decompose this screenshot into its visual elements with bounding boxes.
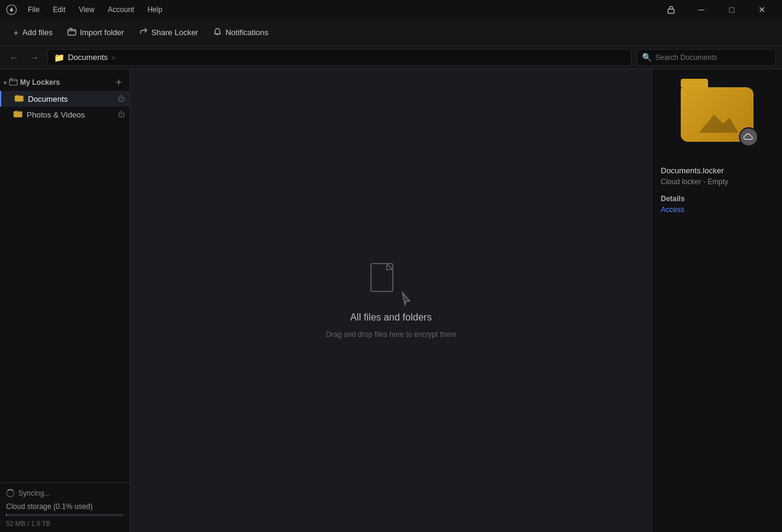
address-chevron-icon: > xyxy=(112,54,115,61)
content-area[interactable]: All files and folders Drag and drop file… xyxy=(130,69,652,532)
search-input[interactable] xyxy=(655,53,770,62)
address-bar: ← → 📁 Documents > 🔍 xyxy=(0,46,782,69)
right-panel-icon-area xyxy=(652,69,782,160)
photos-action-icon[interactable]: ⏻ xyxy=(118,110,125,119)
menu-edit[interactable]: Edit xyxy=(50,4,68,15)
empty-icon-wrap xyxy=(370,262,412,305)
folder-mountain-icon xyxy=(693,105,741,136)
address-folder-icon: 📁 xyxy=(54,53,64,62)
import-folder-icon xyxy=(67,27,76,38)
import-folder-button[interactable]: Import folder xyxy=(61,24,130,41)
menu-help[interactable]: Help xyxy=(145,4,165,15)
share-icon xyxy=(139,27,148,38)
storage-size: 52 MB / 1.0 TB xyxy=(6,520,124,527)
notification-bell-icon xyxy=(213,27,222,36)
menu-view[interactable]: View xyxy=(76,4,97,15)
share-locker-button[interactable]: Share Locker xyxy=(133,24,204,41)
sync-spinner-icon xyxy=(6,489,15,497)
empty-file-icon xyxy=(370,262,400,299)
search-icon: 🔍 xyxy=(642,53,652,62)
empty-title: All files and folders xyxy=(350,312,432,323)
yellow-folder2-icon xyxy=(13,110,22,118)
lock-icon xyxy=(667,5,675,14)
lock-button[interactable] xyxy=(657,0,685,19)
details-label: Details xyxy=(661,195,774,203)
main-layout: ▾ My Lockers + xyxy=(0,69,782,532)
add-files-label: Add files xyxy=(22,28,53,37)
locker-status: Cloud locker - Empty xyxy=(661,178,774,186)
sidebar: ▾ My Lockers + xyxy=(0,69,130,532)
back-button[interactable]: ← xyxy=(6,50,22,65)
add-locker-button[interactable]: + xyxy=(113,76,125,88)
menu-file[interactable]: File xyxy=(25,4,42,15)
cursor-arrow-icon xyxy=(400,291,412,306)
access-link[interactable]: Access xyxy=(661,205,774,214)
folder-tab xyxy=(681,79,708,87)
minimize-button[interactable]: ─ xyxy=(687,0,715,19)
share-locker-label: Share Locker xyxy=(152,28,198,37)
forward-button[interactable]: → xyxy=(27,50,42,65)
documents-action-icon[interactable]: ⏻ xyxy=(118,95,125,103)
lockers-folder-icon xyxy=(9,78,18,85)
svg-rect-8 xyxy=(371,264,393,291)
share-arrow-icon xyxy=(139,27,148,36)
yellow-folder-icon xyxy=(15,94,24,102)
folder-arrow-icon xyxy=(67,27,76,36)
app-logo-icon xyxy=(6,4,17,15)
titlebar: File Edit View Account Help ─ □ ✕ xyxy=(0,0,782,19)
titlebar-right: ─ □ ✕ xyxy=(657,0,776,19)
add-files-button[interactable]: + Add files xyxy=(7,24,59,41)
maximize-button[interactable]: □ xyxy=(718,0,746,19)
sync-row: Syncing... xyxy=(6,489,124,497)
notifications-button[interactable]: Notifications xyxy=(207,24,275,41)
folder-body xyxy=(681,87,754,142)
toolbar: + Add files Import folder Share Locker xyxy=(0,19,782,46)
storage-label: Cloud storage (0.1% used) xyxy=(6,502,124,511)
import-folder-label: Import folder xyxy=(80,28,124,37)
bell-icon xyxy=(213,27,222,38)
folder-cloud-badge xyxy=(739,127,758,147)
empty-state: All files and folders Drag and drop file… xyxy=(326,262,456,339)
sidebar-item-photos-label: Photos & Videos xyxy=(27,110,113,119)
close-button[interactable]: ✕ xyxy=(748,0,776,19)
right-panel-info: Documents.locker Cloud locker - Empty De… xyxy=(652,160,782,220)
titlebar-left: File Edit View Account Help xyxy=(6,4,165,15)
sidebar-item-photos-videos[interactable]: Photos & Videos ⏻ xyxy=(0,107,130,122)
locker-name: Documents.locker xyxy=(661,166,774,175)
add-files-icon: + xyxy=(13,27,19,38)
cloud-icon xyxy=(743,133,754,141)
address-path: Documents xyxy=(68,53,108,62)
address-box[interactable]: 📁 Documents > xyxy=(47,49,632,66)
sidebar-item-documents[interactable]: Documents ⏻ xyxy=(0,91,130,107)
expand-icon: ▾ xyxy=(4,79,7,86)
svg-rect-3 xyxy=(10,80,18,85)
svg-rect-2 xyxy=(68,30,76,35)
svg-rect-7 xyxy=(14,111,17,113)
search-box[interactable]: 🔍 xyxy=(637,49,776,66)
sidebar-content: ▾ My Lockers + xyxy=(0,69,130,482)
svg-rect-5 xyxy=(15,96,18,97)
empty-subtitle: Drag and drop files here to encrypt them xyxy=(326,330,456,339)
my-lockers-section[interactable]: ▾ My Lockers + xyxy=(0,74,130,91)
documents-folder-icon xyxy=(15,94,24,104)
sidebar-item-documents-label: Documents xyxy=(28,95,113,104)
photos-folder-icon xyxy=(13,110,22,119)
locker-folder-icon xyxy=(681,87,754,148)
right-panel: Documents.locker Cloud locker - Empty De… xyxy=(652,69,782,532)
storage-bar-bg xyxy=(6,514,124,516)
menu-account[interactable]: Account xyxy=(105,4,136,15)
my-lockers-label: My Lockers xyxy=(20,78,110,87)
svg-rect-1 xyxy=(668,9,674,13)
sidebar-bottom: Syncing... Cloud storage (0.1% used) 52 … xyxy=(0,482,130,532)
notifications-label: Notifications xyxy=(226,28,269,37)
cursor-icon xyxy=(400,291,412,304)
section-folder-icon xyxy=(9,78,18,87)
sync-text: Syncing... xyxy=(18,489,50,497)
